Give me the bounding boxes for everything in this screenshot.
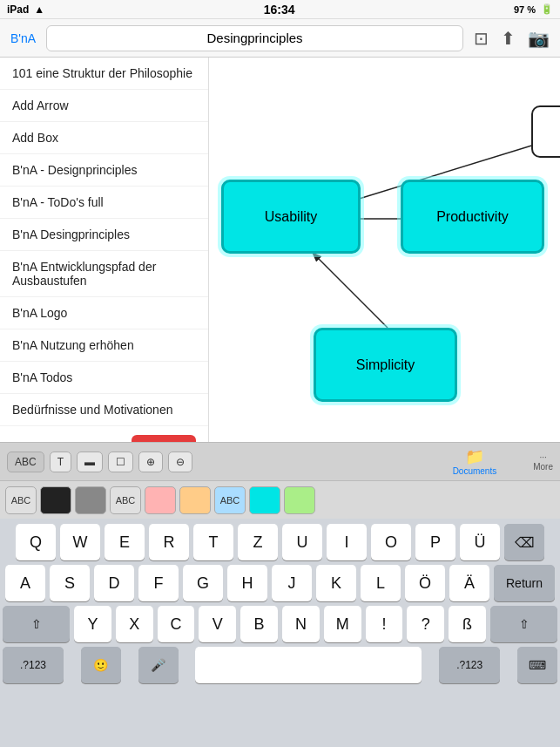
- key-u[interactable]: U: [282, 524, 322, 560]
- space-key[interactable]: [195, 647, 422, 683]
- key-t[interactable]: T: [193, 524, 233, 560]
- node-usability[interactable]: Usability: [221, 180, 361, 254]
- status-right: 97 % 🔋: [514, 3, 553, 15]
- toolbar-text-btn[interactable]: T: [50, 452, 71, 472]
- fmt-blue[interactable]: ABC: [214, 486, 246, 514]
- key-j[interactable]: J: [272, 565, 312, 601]
- toolbar-abc-btn[interactable]: ABC: [7, 452, 44, 472]
- key-f[interactable]: F: [138, 565, 179, 601]
- key-n[interactable]: N: [282, 606, 320, 642]
- documents-label: Documents: [453, 466, 497, 476]
- node-usability-label: Usability: [265, 209, 317, 225]
- nav-bar: B'nA ⊡ ⬆ 📷: [0, 19, 560, 58]
- format-bar: ABC ABC ABC: [0, 480, 560, 519]
- key-p[interactable]: P: [415, 524, 455, 560]
- keyboard-row-4: .?123 🙂 🎤 .?123 ⌨: [3, 647, 557, 683]
- key-x[interactable]: X: [116, 606, 153, 642]
- key-excl[interactable]: !: [366, 606, 403, 642]
- fmt-gray[interactable]: [75, 486, 106, 514]
- return-key[interactable]: Return: [494, 565, 555, 601]
- document-title-input[interactable]: [46, 25, 463, 51]
- key-b[interactable]: B: [240, 606, 278, 642]
- nav-icons: ⊡ ⬆ 📷: [474, 28, 550, 49]
- node-productivity[interactable]: Productivity: [401, 180, 544, 254]
- wifi-icon: ▲: [34, 3, 44, 16]
- sidebar-item[interactable]: B'nA Desingprinciples: [0, 219, 208, 251]
- back-button[interactable]: B'nA: [10, 31, 36, 45]
- key-d[interactable]: D: [94, 565, 134, 601]
- num-key-right[interactable]: .?123: [439, 647, 500, 683]
- mic-key[interactable]: 🎤: [138, 647, 179, 683]
- canvas-area[interactable]: Fun Usability Productivity Simplicity: [209, 58, 560, 442]
- key-v[interactable]: V: [199, 606, 236, 642]
- fmt-black[interactable]: [40, 486, 71, 514]
- keyboard-row-1: Q W E R T Z U I O P Ü ⌫: [3, 524, 557, 560]
- fmt-pink[interactable]: [145, 486, 176, 514]
- keyboard: Q W E R T Z U I O P Ü ⌫ A S D F G H J K …: [0, 519, 560, 747]
- status-bar: iPad ▲ 16:34 97 % 🔋: [0, 0, 560, 19]
- paste-icon[interactable]: ⊡: [474, 28, 489, 49]
- toolbar-remove-btn[interactable]: ⊖: [168, 452, 192, 472]
- sidebar-item[interactable]: B'nA Nutzung erhöhen: [0, 329, 208, 362]
- sidebar-item-delete-row: ME COM Delete: [0, 426, 208, 442]
- node-simplicity[interactable]: Simplicity: [314, 328, 457, 402]
- key-ae[interactable]: Ä: [449, 565, 489, 601]
- node-productivity-label: Productivity: [436, 209, 509, 225]
- sidebar-item[interactable]: B'nA Todos: [0, 362, 208, 394]
- key-quest[interactable]: ?: [407, 606, 444, 642]
- key-w[interactable]: W: [60, 524, 100, 560]
- sidebar-item[interactable]: Add Box: [0, 122, 208, 154]
- key-oe[interactable]: Ö: [405, 565, 445, 601]
- key-l[interactable]: L: [361, 565, 401, 601]
- fmt-abc[interactable]: ABC: [5, 486, 37, 514]
- node-simplicity-label: Simplicity: [356, 357, 415, 373]
- more-label: More: [533, 462, 553, 472]
- fmt-orange[interactable]: [179, 486, 211, 514]
- sidebar-item[interactable]: B'nA - ToDo's full: [0, 187, 208, 219]
- toolbar-line-btn[interactable]: ▬: [77, 452, 103, 472]
- key-k[interactable]: K: [316, 565, 356, 601]
- emoji-key[interactable]: 🙂: [81, 647, 121, 683]
- sidebar-item[interactable]: 101 eine Struktur der Philosophie: [0, 58, 208, 90]
- key-ue[interactable]: Ü: [460, 524, 500, 560]
- sidebar-item[interactable]: B'nA - Designprinciples: [0, 154, 208, 187]
- key-m[interactable]: M: [324, 606, 361, 642]
- node-fun[interactable]: Fun: [531, 105, 560, 158]
- status-left: iPad ▲: [7, 3, 44, 16]
- toolbar-documents[interactable]: 📁 Documents: [453, 447, 497, 476]
- delete-key[interactable]: ⌫: [504, 524, 544, 560]
- key-y[interactable]: Y: [74, 606, 111, 642]
- sidebar-item[interactable]: Add Arrow: [0, 90, 208, 122]
- svg-line-2: [314, 254, 388, 328]
- key-h[interactable]: H: [227, 565, 267, 601]
- share-icon[interactable]: ⬆: [501, 28, 516, 49]
- key-ss[interactable]: ß: [449, 606, 486, 642]
- toolbar-add-btn[interactable]: ⊕: [138, 452, 163, 472]
- sidebar-item[interactable]: B'nA Entwicklungspfad der Ausbaustufen: [0, 251, 208, 297]
- camera-icon[interactable]: 📷: [528, 28, 550, 49]
- key-g[interactable]: G: [183, 565, 223, 601]
- key-c[interactable]: C: [158, 606, 195, 642]
- toolbar-box-btn[interactable]: ☐: [108, 452, 133, 472]
- fmt-green[interactable]: [284, 486, 315, 514]
- shift-key-right[interactable]: ⇧: [490, 606, 557, 642]
- key-q[interactable]: Q: [16, 524, 56, 560]
- fmt-cyan[interactable]: [249, 486, 280, 514]
- fmt-light[interactable]: ABC: [110, 486, 141, 514]
- shift-key[interactable]: ⇧: [3, 606, 70, 642]
- key-e[interactable]: E: [105, 524, 145, 560]
- key-s[interactable]: S: [50, 565, 90, 601]
- key-z[interactable]: Z: [238, 524, 278, 560]
- sidebar-item[interactable]: B'nA Logo: [0, 297, 208, 329]
- key-a[interactable]: A: [5, 565, 45, 601]
- keyboard-row-2: A S D F G H J K L Ö Ä Return: [3, 565, 557, 601]
- delete-button[interactable]: Delete: [132, 435, 196, 442]
- num-key[interactable]: .?123: [3, 647, 64, 683]
- key-r[interactable]: R: [149, 524, 189, 560]
- toolbar-more[interactable]: ···More: [533, 452, 553, 472]
- key-i[interactable]: I: [327, 524, 367, 560]
- carrier-label: iPad: [7, 3, 29, 16]
- sidebar-item[interactable]: Bedürfnisse und Motivationen: [0, 394, 208, 426]
- keyboard-dismiss-key[interactable]: ⌨: [517, 647, 557, 683]
- key-o[interactable]: O: [371, 524, 411, 560]
